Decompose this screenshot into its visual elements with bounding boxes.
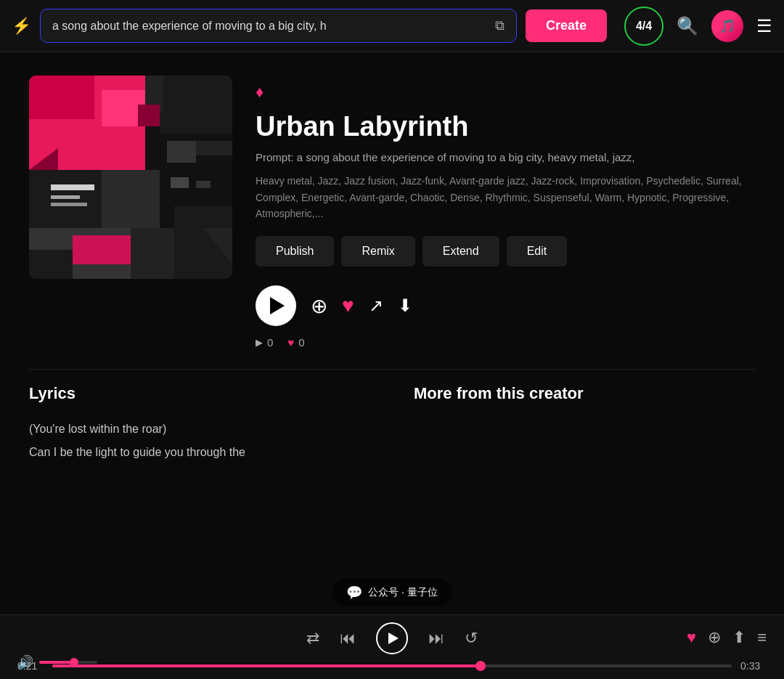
svg-rect-17 xyxy=(167,141,196,163)
shuffle-icon[interactable]: ⇄ xyxy=(306,629,319,648)
bar-right-icons: ♥ ⊕ ⬆ ≡ xyxy=(687,628,767,647)
svg-rect-8 xyxy=(51,184,94,190)
bolt-icon: ⚡ xyxy=(12,17,31,36)
bar-add-icon[interactable]: ⊕ xyxy=(708,628,721,647)
progress-fill xyxy=(52,664,481,667)
action-buttons: Publish Remix Extend Edit xyxy=(256,236,755,267)
volume-icon[interactable]: 🔊 xyxy=(17,654,33,670)
section-divider xyxy=(29,369,755,370)
play-count-value: 0 xyxy=(267,336,273,349)
more-from-creator-title: More from this creator xyxy=(414,384,755,403)
menu-icon[interactable]: ☰ xyxy=(756,16,772,36)
credits-badge: 4/4 xyxy=(624,7,663,46)
svg-rect-13 xyxy=(131,228,174,279)
lyrics-title: Lyrics xyxy=(29,384,370,403)
lyrics-line-2: Can I be the light to guide you through … xyxy=(29,441,370,464)
play-count: ▶ 0 xyxy=(256,336,273,349)
next-track-icon[interactable]: ⏭ xyxy=(428,629,444,648)
bar-queue-icon[interactable]: ≡ xyxy=(757,628,767,647)
main-content: ♦ Urban Labyrinth Prompt: a song about t… xyxy=(0,52,784,479)
player-bar: ♥ ⊕ ⬆ ≡ ⇄ ⏮ ⏭ ↺ 0:21 0:33 🔊 xyxy=(0,614,784,679)
svg-rect-10 xyxy=(51,203,87,206)
add-to-queue-icon[interactable]: ⊕ xyxy=(311,294,327,318)
volume-section: 🔊 xyxy=(17,654,97,670)
play-count-icon: ▶ xyxy=(256,337,263,348)
volume-track[interactable] xyxy=(39,661,97,664)
svg-rect-2 xyxy=(29,76,94,119)
copy-icon[interactable]: ⧉ xyxy=(495,18,505,33)
remix-button[interactable]: Remix xyxy=(341,236,415,267)
svg-rect-15 xyxy=(73,235,131,264)
song-section: ♦ Urban Labyrinth Prompt: a song about t… xyxy=(29,76,755,349)
heart-icon[interactable]: ♥ xyxy=(342,294,354,317)
song-info: ♦ Urban Labyrinth Prompt: a song about t… xyxy=(256,76,755,349)
create-button[interactable]: Create xyxy=(526,9,607,42)
header: ⚡ a song about the experience of moving … xyxy=(0,0,784,52)
play-button-large[interactable] xyxy=(256,285,296,326)
svg-rect-9 xyxy=(51,195,80,199)
volume-thumb[interactable] xyxy=(70,658,78,667)
stats-row: ▶ 0 ♥ 0 xyxy=(256,336,755,349)
album-art xyxy=(29,76,232,279)
bottom-section: Lyrics (You're lost within the roar) Can… xyxy=(29,384,755,464)
total-time: 0:33 xyxy=(740,660,767,672)
edit-button[interactable]: Edit xyxy=(507,236,568,267)
lyrics-section: Lyrics (You're lost within the roar) Can… xyxy=(29,384,370,464)
svg-rect-6 xyxy=(160,76,232,134)
prev-track-icon[interactable]: ⏮ xyxy=(340,629,356,648)
share-icon[interactable]: ↗ xyxy=(369,296,383,316)
lyrics-line-1: (You're lost within the roar) xyxy=(29,418,370,441)
like-count: ♥ 0 xyxy=(287,336,304,349)
repeat-icon[interactable]: ↺ xyxy=(465,629,478,648)
song-tags: Heavy metal, Jazz, Jazz fusion, Jazz-fun… xyxy=(256,173,755,221)
wechat-icon: 💬 xyxy=(346,585,362,601)
song-tag-icon: ♦ xyxy=(256,83,755,102)
volume-fill xyxy=(39,661,74,664)
search-bar[interactable]: a song about the experience of moving to… xyxy=(40,9,517,43)
bar-play-button[interactable] xyxy=(376,622,408,654)
search-text: a song about the experience of moving to… xyxy=(52,20,488,33)
header-right: 4/4 🔍 🎵 ☰ xyxy=(624,7,772,46)
song-prompt: Prompt: a song about the experience of m… xyxy=(256,150,755,166)
progress-track[interactable] xyxy=(52,664,732,667)
extend-button[interactable]: Extend xyxy=(422,236,499,267)
more-from-creator-section: More from this creator xyxy=(414,384,755,464)
search-icon[interactable]: 🔍 xyxy=(677,16,698,36)
watermark: 💬 公众号 · 量子位 xyxy=(332,579,452,606)
progress-row: 0:21 0:33 xyxy=(17,660,767,672)
download-icon[interactable]: ⬇ xyxy=(398,296,412,316)
like-count-value: 0 xyxy=(298,336,304,349)
svg-rect-23 xyxy=(196,181,211,188)
progress-thumb[interactable] xyxy=(475,661,486,671)
svg-rect-16 xyxy=(29,250,73,279)
svg-rect-5 xyxy=(102,170,160,228)
svg-rect-18 xyxy=(196,141,232,155)
publish-button[interactable]: Publish xyxy=(256,236,334,267)
watermark-text: 公众号 · 量子位 xyxy=(368,586,438,599)
player-controls: ⊕ ♥ ↗ ⬇ xyxy=(256,285,755,326)
bar-upload-icon[interactable]: ⬆ xyxy=(732,628,746,647)
bar-play-icon xyxy=(388,633,399,644)
svg-rect-19 xyxy=(138,105,160,126)
play-icon xyxy=(270,297,285,314)
bar-heart-icon[interactable]: ♥ xyxy=(687,628,696,647)
like-count-icon: ♥ xyxy=(287,336,294,349)
lyrics-content: (You're lost within the roar) Can I be t… xyxy=(29,418,370,464)
avatar[interactable]: 🎵 xyxy=(711,10,743,42)
player-bar-controls: ⇄ ⏮ ⏭ ↺ xyxy=(17,622,767,654)
prompt-text: a song about the experience of moving to… xyxy=(297,151,635,163)
svg-rect-22 xyxy=(171,177,189,188)
song-title: Urban Labyrinth xyxy=(256,112,755,142)
prompt-label: Prompt: xyxy=(256,151,294,163)
